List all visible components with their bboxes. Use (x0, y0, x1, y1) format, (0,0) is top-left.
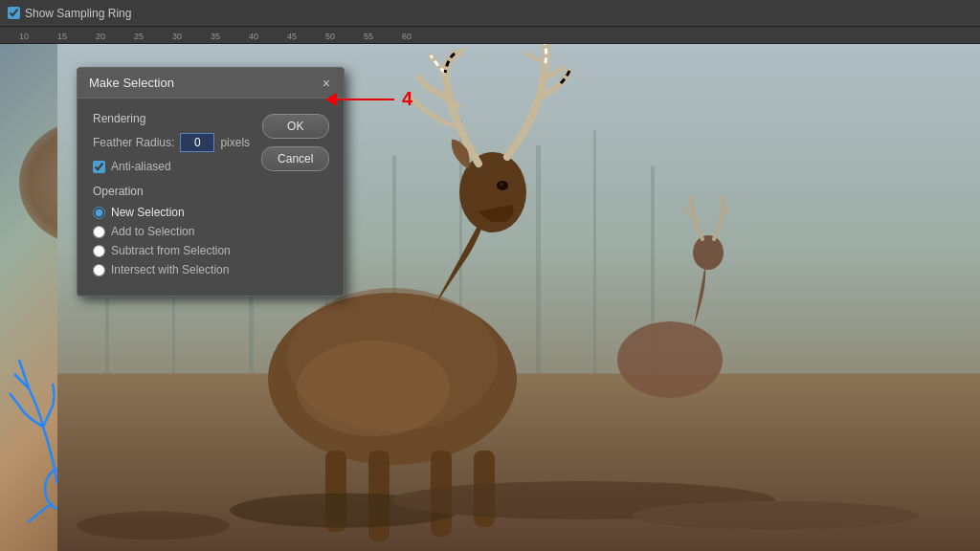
anti-aliased-row: Anti-aliased (93, 160, 250, 173)
svg-point-26 (77, 512, 230, 540)
add-to-selection-row: Add to Selection (93, 225, 250, 238)
ruler-mark: 60 (402, 32, 412, 41)
svg-point-21 (500, 183, 503, 187)
subtract-from-selection-row: Subtract from Selection (93, 244, 250, 257)
ok-button[interactable]: OK (262, 114, 329, 139)
new-selection-label: New Selection (111, 206, 185, 219)
ruler-mark: 45 (287, 32, 297, 41)
dialog-left-panel: Rendering Feather Radius: pixels Anti-al… (93, 112, 250, 282)
feather-radius-label: Feather Radius: (93, 136, 174, 149)
svg-point-19 (297, 341, 450, 436)
show-sampling-ring-checkbox[interactable] (8, 7, 20, 19)
svg-point-30 (617, 321, 723, 398)
ruler-mark: 40 (249, 32, 258, 41)
new-selection-row: New Selection (93, 206, 250, 219)
anti-aliased-label: Anti-aliased (111, 160, 171, 173)
dialog-body: Rendering Feather Radius: pixels Anti-al… (78, 99, 344, 296)
dialog-buttons: OK Cancel (261, 112, 329, 282)
pixels-unit: pixels (220, 136, 250, 149)
add-to-selection-label: Add to Selection (111, 225, 194, 238)
annotation-arrow: 4 (325, 88, 412, 110)
intersect-radio[interactable] (93, 264, 105, 276)
feather-radius-input[interactable] (180, 133, 214, 152)
ruler: 10 15 20 25 30 35 40 45 50 55 60 (0, 27, 980, 44)
arrow-line (337, 99, 394, 100)
subtract-from-selection-radio[interactable] (93, 245, 105, 257)
svg-rect-10 (593, 130, 596, 373)
add-to-selection-radio[interactable] (93, 226, 105, 238)
operation-section: Operation New Selection Add to Selection… (93, 185, 250, 276)
dialog-overlay: Make Selection × Rendering Feather Radiu… (77, 67, 345, 297)
arrow-head (325, 93, 337, 106)
make-selection-dialog: Make Selection × Rendering Feather Radiu… (77, 67, 345, 297)
ruler-mark: 15 (57, 32, 67, 41)
anti-aliased-checkbox[interactable] (93, 161, 105, 173)
svg-point-29 (632, 501, 919, 530)
ruler-mark: 10 (19, 32, 29, 41)
ruler-mark: 35 (211, 32, 220, 41)
new-selection-radio[interactable] (93, 207, 105, 219)
ruler-mark: 25 (134, 32, 144, 41)
sampling-ring-text: Show Sampling Ring (25, 7, 131, 20)
rendering-label: Rendering (93, 112, 250, 125)
intersect-row: Intersect with Selection (93, 263, 250, 276)
ruler-mark: 50 (325, 32, 335, 41)
dialog-header: Make Selection × (78, 68, 344, 99)
dialog-title: Make Selection (89, 76, 174, 90)
intersect-label: Intersect with Selection (111, 263, 229, 276)
feather-radius-row: Feather Radius: pixels (93, 133, 250, 152)
ruler-mark: 30 (172, 32, 182, 41)
svg-point-31 (693, 235, 724, 270)
ruler-mark: 55 (364, 32, 373, 41)
subtract-from-selection-label: Subtract from Selection (111, 244, 231, 257)
svg-rect-9 (536, 145, 541, 374)
annotation-number: 4 (402, 88, 412, 110)
cancel-button[interactable]: Cancel (261, 146, 329, 171)
ruler-mark: 20 (96, 32, 105, 41)
show-sampling-ring-label[interactable]: Show Sampling Ring (8, 7, 131, 20)
operation-label: Operation (93, 185, 250, 198)
top-toolbar: Show Sampling Ring (0, 0, 980, 27)
